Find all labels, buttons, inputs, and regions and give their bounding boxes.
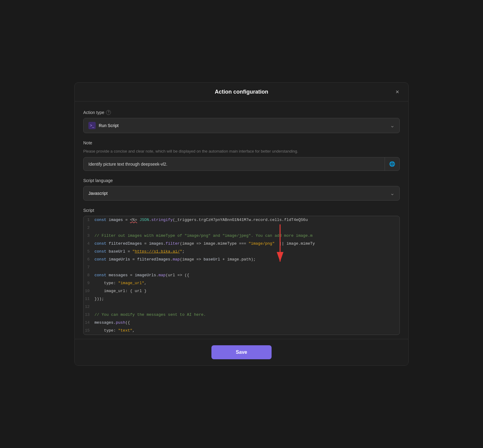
save-button[interactable]: Save — [211, 345, 271, 359]
action-type-icon: >_ — [88, 122, 96, 129]
action-type-select[interactable]: >_ Run Script ⌄ — [83, 118, 400, 133]
chevron-down-icon-2: ⌄ — [390, 190, 395, 197]
note-label: Note — [83, 140, 400, 145]
code-line-12: 12 — [84, 303, 399, 311]
globe-icon: 🌐 — [389, 161, 395, 167]
note-group: Note Please provide a concise and clear … — [83, 140, 400, 171]
modal-header: Action configuration × — [75, 83, 408, 102]
script-editor[interactable]: 1 const images = <%= JSON.stringify(_tri… — [83, 216, 400, 335]
select-field-left: >_ Run Script — [88, 122, 118, 129]
code-line-9: 9 type: "image_url", — [84, 279, 399, 287]
code-line-6: 6 const imageUrls = filteredImages.map(i… — [84, 256, 399, 264]
code-line-5: 5 const baseUrl = "https://s1.bika.ai/"; — [84, 248, 399, 256]
action-configuration-modal: Action configuration × Action type ? >_ … — [74, 82, 409, 366]
code-line-15: 15 type: "text", — [84, 327, 399, 335]
action-type-value: Run Script — [99, 123, 118, 128]
code-lines: 1 const images = <%= JSON.stringify(_tri… — [84, 216, 399, 335]
note-input[interactable] — [84, 158, 385, 170]
script-language-group: Script language Javascript ⌄ — [83, 178, 400, 201]
action-type-group: Action type ? >_ Run Script ⌄ — [83, 110, 400, 133]
script-language-label: Script language — [83, 178, 400, 183]
code-line-14: 14 messages.push({ — [84, 319, 399, 327]
modal-body: Action type ? >_ Run Script ⌄ Note Pleas… — [75, 102, 408, 366]
note-description: Please provide a concise and clear note,… — [83, 148, 400, 154]
code-line-7: 7 — [84, 264, 399, 271]
code-line-13: 13 // You can modify the messages sent t… — [84, 311, 399, 319]
note-input-wrap: 🌐 — [83, 157, 400, 171]
code-line-1: 1 const images = <%= JSON.stringify(_tri… — [84, 216, 399, 224]
globe-button[interactable]: 🌐 — [385, 157, 399, 171]
script-language-value: Javascript — [88, 191, 108, 196]
code-line-11: 11 })); — [84, 295, 399, 303]
script-group: Script 1 const images = <%= JSON.stringi… — [83, 208, 400, 335]
code-line-2: 2 — [84, 224, 399, 232]
close-icon: × — [396, 88, 399, 95]
code-line-3: 3 // Filter out images with mimeType of … — [84, 232, 399, 240]
action-type-label: Action type ? — [83, 110, 400, 115]
help-icon[interactable]: ? — [106, 110, 111, 115]
modal-footer: Save — [75, 339, 408, 365]
modal-title: Action configuration — [215, 89, 268, 95]
code-line-10: 10 image_url: { url } — [84, 287, 399, 295]
chevron-down-icon: ⌄ — [390, 122, 395, 129]
script-language-select[interactable]: Javascript ⌄ — [83, 186, 400, 201]
code-line-8: 8 const messages = imageUrls.map(url => … — [84, 271, 399, 279]
code-line-4: 4 const filteredImages = images.filter(i… — [84, 240, 399, 248]
script-label: Script — [83, 208, 400, 213]
close-button[interactable]: × — [392, 87, 402, 97]
